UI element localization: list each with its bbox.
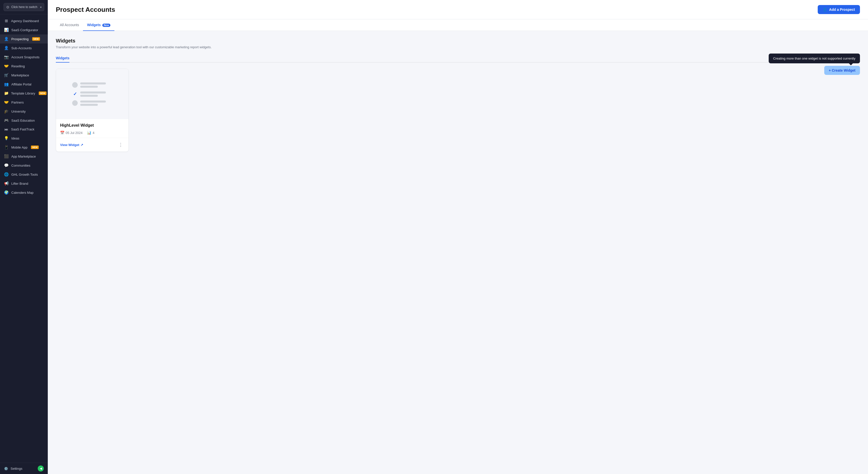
sidebar-item-affiliate-portal[interactable]: 👥 Affiliate Portal <box>0 80 48 89</box>
sidebar-item-sub-accounts[interactable]: 👤 Sub-Accounts <box>0 43 48 53</box>
ghl-growth-tools-icon: 🌐 <box>4 172 9 177</box>
calenders-map-label: Calenders Map <box>11 191 33 194</box>
sidebar-item-app-marketplace[interactable]: ⬛ App Marketplace <box>0 152 48 161</box>
widget-mock-content: ✓ <box>72 82 113 106</box>
main-header: Prospect Accounts 👤 Add a Prospect <box>48 0 868 19</box>
reselling-label: Reselling <box>11 64 25 68</box>
content-area: Widgets Transform your website into a po… <box>48 31 868 474</box>
tab-all-accounts[interactable]: All Accounts <box>56 19 83 31</box>
widget-count-value: 4 <box>93 131 94 135</box>
sidebar: ⊙ Click here to switch ▾ ⊞ Agency Dashbo… <box>0 0 48 474</box>
mobile-app-icon: 📱 <box>4 145 9 150</box>
chart-icon: 📊 <box>87 131 91 135</box>
tab-widgets-badge: New <box>102 24 111 27</box>
mock-line-long-3 <box>80 100 106 102</box>
sidebar-item-agency-dashboard[interactable]: ⊞ Agency Dashboard <box>0 16 48 25</box>
sidebar-item-ghl-growth-tools[interactable]: 🌐 GHL Growth Tools <box>0 170 48 179</box>
widget-date-value: 05 Jul 2024 <box>66 131 83 135</box>
sidebar-item-university[interactable]: 🎓 University <box>0 107 48 116</box>
app-marketplace-icon: ⬛ <box>4 154 9 159</box>
widget-preview: ✓ <box>56 69 128 119</box>
sidebar-item-account-snapshots[interactable]: 📷 Account Snapshots <box>0 53 48 62</box>
calendar-icon: 📅 <box>60 131 64 135</box>
saas-fasttrack-icon: ⏭ <box>4 127 8 131</box>
university-icon: 🎓 <box>4 109 9 114</box>
sidebar-bottom: ⚙️ Settings ◀ <box>0 463 48 474</box>
section-description: Transform your website into a powerful l… <box>56 45 860 49</box>
widget-name: HighLevel Widget <box>60 123 124 128</box>
template-library-badge: NEW <box>39 92 46 95</box>
lifter-brand-icon: 📢 <box>4 181 9 186</box>
tabs-bar: All AccountsWidgetsNew <box>48 19 868 31</box>
ideas-label: Ideas <box>11 136 19 140</box>
sidebar-item-calenders-map[interactable]: 🌍 Calenders Map <box>0 188 48 197</box>
sidebar-item-ideas[interactable]: 💡 Ideas <box>0 134 48 143</box>
calenders-map-icon: 🌍 <box>4 190 9 195</box>
widgets-sub-tabs: Widgets <box>56 54 860 63</box>
mock-circle-icon-2 <box>72 100 78 106</box>
mock-row-1 <box>72 82 113 88</box>
tooltip-text: Creating more than one widget is not sup… <box>773 57 856 60</box>
sidebar-item-partners[interactable]: 🤝 Partners <box>0 98 48 107</box>
university-label: University <box>11 109 26 113</box>
sidebar-item-mobile-app[interactable]: 📱 Mobile App NEW <box>0 143 48 152</box>
section-header: Widgets Transform your website into a po… <box>56 38 860 49</box>
sidebar-item-saas-configurator[interactable]: 📊 SaaS Configurator <box>0 25 48 34</box>
mock-line-long <box>80 83 106 85</box>
sidebar-item-prospecting[interactable]: 👤 Prospecting NEW <box>0 34 48 43</box>
account-snapshots-icon: 📷 <box>4 55 9 59</box>
sidebar-item-saas-education[interactable]: 🎮 SaaS Education <box>0 116 48 125</box>
ideas-icon: 💡 <box>4 136 9 140</box>
widget-card: ✓ HighLevel <box>56 69 129 152</box>
section-title: Widgets <box>56 38 860 44</box>
widget-footer: View Widget ↗ ⋮ <box>56 138 128 152</box>
affiliate-portal-label: Affiliate Portal <box>11 83 31 86</box>
sidebar-item-communities[interactable]: 💬 Communities <box>0 161 48 170</box>
communities-label: Communities <box>11 164 30 167</box>
partners-icon: 🤝 <box>4 100 9 104</box>
agency-dashboard-icon: ⊞ <box>4 19 8 23</box>
sidebar-collapse-button[interactable]: ◀ <box>38 466 44 472</box>
view-widget-label: View Widget <box>60 143 79 147</box>
sidebar-item-template-library[interactable]: 📁 Template Library NEW <box>0 89 48 98</box>
main-content: Prospect Accounts 👤 Add a Prospect All A… <box>48 0 868 474</box>
sidebar-top: ⊙ Click here to switch ▾ <box>0 0 48 14</box>
switch-label: Click here to switch <box>11 5 37 9</box>
reselling-icon: 🤝 <box>4 64 9 68</box>
switch-button[interactable]: ⊙ Click here to switch ▾ <box>3 3 44 11</box>
saas-configurator-label: SaaS Configurator <box>11 28 38 32</box>
settings-icon: ⚙️ <box>4 467 8 471</box>
create-widget-label: + Create Widget <box>829 68 856 72</box>
mock-checkmark-icon: ✓ <box>72 91 78 97</box>
communities-icon: 💬 <box>4 163 9 168</box>
widget-more-button[interactable]: ⋮ <box>117 141 124 148</box>
add-prospect-label: Add a Prospect <box>829 7 855 11</box>
create-widget-button[interactable]: + Create Widget <box>824 66 860 75</box>
mock-line-long-2 <box>80 92 106 94</box>
external-link-icon: ↗ <box>81 143 83 147</box>
widgets-sub-tab-widgets-tab[interactable]: Widgets <box>56 54 69 63</box>
mock-row-3 <box>72 100 113 106</box>
partners-label: Partners <box>11 100 24 104</box>
switch-icon: ⊙ <box>6 5 9 9</box>
saas-fasttrack-label: SaaS FastTrack <box>11 127 34 131</box>
mobile-app-badge: NEW <box>31 146 39 149</box>
sidebar-item-saas-fasttrack[interactable]: ⏭ SaaS FastTrack <box>0 125 48 134</box>
widget-info: HighLevel Widget 📅 05 Jul 2024 📊 4 <box>56 119 128 135</box>
prospecting-badge: NEW <box>32 37 40 41</box>
sidebar-item-lifter-brand[interactable]: 📢 Lifter Brand <box>0 179 48 188</box>
app-marketplace-label: App Marketplace <box>11 155 36 158</box>
sidebar-nav: ⊞ Agency Dashboard 📊 SaaS Configurator 👤… <box>0 14 48 463</box>
sidebar-item-reselling[interactable]: 🤝 Reselling <box>0 62 48 71</box>
saas-configurator-icon: 📊 <box>4 28 9 32</box>
view-widget-link[interactable]: View Widget ↗ <box>60 143 83 147</box>
chevron-down-icon: ▾ <box>40 6 41 8</box>
tab-widgets[interactable]: WidgetsNew <box>83 19 115 31</box>
mock-circle-icon <box>72 82 78 88</box>
marketplace-icon: 🛒 <box>4 73 9 77</box>
mock-lines-3 <box>80 100 113 106</box>
sidebar-item-marketplace[interactable]: 🛒 Marketplace <box>0 71 48 80</box>
add-prospect-button[interactable]: 👤 Add a Prospect <box>818 5 860 14</box>
settings-item[interactable]: ⚙️ Settings <box>4 467 22 471</box>
mobile-app-label: Mobile App <box>11 146 27 149</box>
